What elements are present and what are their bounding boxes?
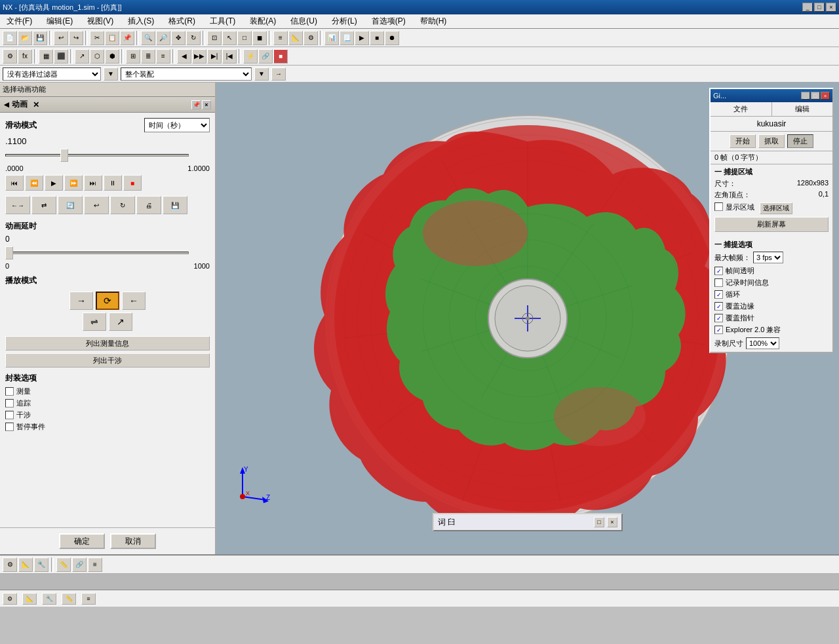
- extra-btn-2[interactable]: ⇄: [31, 196, 56, 214]
- assembly-dropdown[interactable]: 整个装配: [121, 67, 252, 81]
- tb-zoom-out[interactable]: 🔎: [156, 31, 170, 45]
- tb-stop[interactable]: ■: [370, 31, 384, 45]
- mode-pingpong-btn[interactable]: ⇌: [83, 313, 106, 331]
- tb-rec[interactable]: ⏺: [385, 31, 399, 45]
- bt-btn5[interactable]: 🔗: [72, 558, 87, 572]
- tb2-btn6[interactable]: ⬡: [90, 49, 104, 64]
- menu-file[interactable]: 文件(F): [3, 14, 36, 28]
- rp-fps-select[interactable]: 3 fps: [753, 252, 783, 263]
- menu-assembly[interactable]: 装配(A): [246, 14, 280, 28]
- rp-menu-edit[interactable]: 编辑: [772, 102, 833, 116]
- rp-cb-cover-cursor-box[interactable]: [714, 314, 723, 322]
- tb-redo[interactable]: ↪: [69, 31, 83, 45]
- menu-view[interactable]: 视图(V): [83, 14, 117, 28]
- mode-reverse-btn[interactable]: ←: [122, 292, 146, 310]
- menu-edit[interactable]: 编辑(E): [43, 14, 77, 28]
- viewport[interactable]: Y Z X 词 臼 □ × Gi... _ □ ×: [216, 83, 839, 554]
- rp-cb-time-info-box[interactable]: [714, 278, 723, 287]
- tb2-btn11[interactable]: ◀: [177, 49, 191, 64]
- mode-forward-btn[interactable]: →: [69, 292, 93, 310]
- tb2-btn12[interactable]: ▶▶: [192, 49, 206, 64]
- bt-btn6[interactable]: ≡: [88, 558, 102, 572]
- bt-btn4[interactable]: 📏: [56, 558, 71, 572]
- tb2-btn2[interactable]: fx: [18, 49, 32, 64]
- sb-btn5[interactable]: ≡: [81, 593, 96, 605]
- delay-thumb[interactable]: [5, 246, 13, 259]
- sb-btn4[interactable]: 📏: [62, 593, 76, 605]
- assembly-btn[interactable]: ▼: [254, 67, 269, 81]
- cb-trace-box[interactable]: [5, 399, 14, 407]
- tb2-btn1[interactable]: ⚙: [3, 49, 17, 64]
- output-measurements-btn[interactable]: 列出测量信息: [5, 336, 210, 350]
- cb-measure-box[interactable]: [5, 387, 14, 396]
- pause-btn[interactable]: ⏸: [104, 175, 122, 191]
- rp-select-area-btn[interactable]: 选择区域: [760, 202, 792, 214]
- cb-pause-box[interactable]: [5, 423, 14, 431]
- extra-btn-6[interactable]: 🖨: [136, 196, 161, 214]
- tb-zoom-in[interactable]: 🔍: [141, 31, 155, 45]
- mode-once-btn[interactable]: ↗: [109, 313, 132, 331]
- word-bar-close[interactable]: ×: [607, 517, 617, 527]
- extra-btn-4[interactable]: ↩: [84, 196, 109, 214]
- sb-btn3[interactable]: 🔧: [42, 593, 56, 605]
- rp-capture-btn[interactable]: 抓取: [758, 134, 785, 148]
- sb-btn2[interactable]: 📐: [22, 593, 37, 605]
- tb2-btn14[interactable]: |◀: [222, 49, 237, 64]
- tb-open[interactable]: 📂: [18, 31, 32, 45]
- menu-insert[interactable]: 插入(S): [124, 14, 158, 28]
- rp-stop-btn[interactable]: 停止: [787, 134, 813, 148]
- panel-pin-btn[interactable]: 📌: [191, 100, 201, 109]
- rp-maximize[interactable]: □: [811, 92, 820, 100]
- rp-close[interactable]: ×: [821, 92, 830, 100]
- menu-help[interactable]: 帮助(H): [416, 14, 451, 28]
- tb-save[interactable]: 💾: [33, 31, 47, 45]
- tb-select[interactable]: ↖: [222, 31, 237, 45]
- tb-analysis[interactable]: 📊: [324, 31, 339, 45]
- menu-format[interactable]: 格式(R): [165, 14, 199, 28]
- extra-btn-3[interactable]: 🔄: [58, 196, 83, 214]
- menu-tools[interactable]: 工具(T): [206, 14, 239, 28]
- cb-interference-box[interactable]: [5, 411, 14, 419]
- confirm-btn[interactable]: 确定: [59, 533, 105, 549]
- tb2-btn7[interactable]: ⬢: [105, 49, 119, 64]
- tb-cut[interactable]: ✂: [90, 31, 104, 45]
- tb-report[interactable]: 📃: [340, 31, 354, 45]
- cancel-btn[interactable]: 取消: [110, 533, 156, 549]
- menu-analysis[interactable]: 分析(L): [328, 14, 361, 28]
- time-unit-select[interactable]: 时间（秒）: [144, 118, 210, 132]
- tb-shade[interactable]: ◼: [252, 31, 267, 45]
- prev-frame-btn[interactable]: ⏪: [25, 175, 43, 191]
- tb2-btn16[interactable]: 🔗: [258, 49, 273, 64]
- timeline-thumb[interactable]: [60, 149, 68, 162]
- menu-info[interactable]: 信息(U): [286, 14, 321, 28]
- rp-record-size-select[interactable]: 100%: [746, 337, 779, 349]
- rp-refresh-btn[interactable]: 刷新屏幕: [714, 217, 829, 232]
- rp-minimize[interactable]: _: [801, 92, 810, 100]
- rp-cb-frame-trans-box[interactable]: [714, 267, 723, 275]
- tb-undo[interactable]: ↩: [54, 31, 68, 45]
- mode-loop-btn[interactable]: ⟳: [96, 292, 119, 310]
- tb2-btn17[interactable]: ■: [273, 49, 288, 64]
- panel-close-btn[interactable]: ×: [202, 100, 211, 109]
- rp-cb-cover-edge-box[interactable]: [714, 302, 723, 311]
- extra-btn-7[interactable]: 💾: [163, 196, 187, 214]
- tb2-btn5[interactable]: ↗: [75, 49, 89, 64]
- tb-rotate[interactable]: ↻: [186, 31, 201, 45]
- tb-layer[interactable]: ≡: [273, 31, 288, 45]
- tb-measure[interactable]: 📐: [288, 31, 303, 45]
- close-button[interactable]: ×: [826, 3, 836, 12]
- tb-copy[interactable]: 📋: [105, 31, 119, 45]
- sb-btn1[interactable]: ⚙: [3, 593, 17, 605]
- menu-preferences[interactable]: 首选项(P): [368, 14, 410, 28]
- tb2-btn3[interactable]: ▦: [39, 49, 53, 64]
- extra-btn-5[interactable]: ↻: [110, 196, 135, 214]
- skip-to-start-btn[interactable]: ⏮: [5, 175, 24, 191]
- rp-start-btn[interactable]: 开始: [730, 134, 756, 148]
- word-bar-icon1[interactable]: □: [594, 517, 604, 527]
- tb2-btn4[interactable]: ⬛: [54, 49, 68, 64]
- tb2-btn13[interactable]: ▶|: [207, 49, 222, 64]
- skip-to-end-btn[interactable]: ⏭: [84, 175, 102, 191]
- stop-btn[interactable]: ■: [123, 175, 142, 191]
- play-btn[interactable]: ▶: [45, 175, 63, 191]
- next-frame-btn[interactable]: ⏩: [64, 175, 83, 191]
